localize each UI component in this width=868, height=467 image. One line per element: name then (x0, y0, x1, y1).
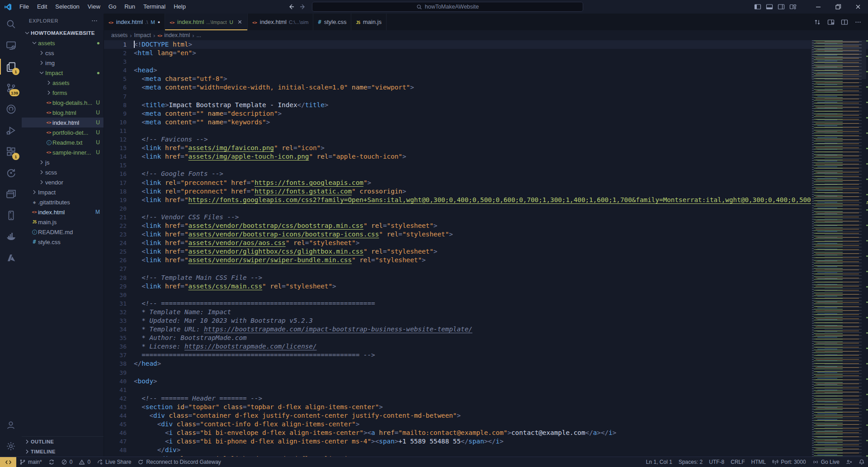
layout-sidebar-right-icon[interactable] (778, 3, 785, 10)
code-line-38[interactable]: 38</head> (104, 359, 868, 368)
tree-file-indexhtml[interactable]: <>index.htmlM (22, 207, 104, 217)
status-spaces-2[interactable]: Spaces: 2 (675, 457, 706, 467)
code-line-19[interactable]: 19 <link href="https://fonts.googleapis.… (104, 196, 868, 204)
code-line-33[interactable]: 33 * Updated: Mar 10 2023 with Bootstrap… (104, 316, 868, 325)
code-line-41[interactable]: 41 (104, 386, 868, 394)
code-line-25[interactable]: 25 <link href="assets/vendor/glightbox/c… (104, 247, 868, 256)
status-html[interactable]: HTML (748, 457, 769, 467)
tab-index.html[interactable]: <>index.html...\ImpactU (165, 14, 248, 30)
tree-folder-forms[interactable]: forms (22, 88, 104, 98)
code-line-42[interactable]: 42 <!-- ======= Header ======= --> (104, 394, 868, 403)
status-crlf[interactable]: CRLF (727, 457, 748, 467)
code-line-21[interactable]: 21 <!-- Vendor CSS Files --> (104, 213, 868, 222)
menu-file[interactable]: File (15, 2, 33, 12)
activity-device-icon[interactable] (0, 205, 22, 226)
code-line-48[interactable]: 48 </div> (104, 446, 868, 454)
code-line-44[interactable]: 44 <div class="container d-flex justify-… (104, 411, 868, 420)
status-reload[interactable]: Reconnect to Discord Gateway (134, 457, 224, 467)
code-line-46[interactable]: 46 <i class="bi bi-envelope d-flex align… (104, 429, 868, 437)
code-line-20[interactable]: 20 (104, 204, 868, 213)
code-line-45[interactable]: 45 <div class="contact-info d-flex align… (104, 420, 868, 429)
tree-file-indexhtml[interactable]: <>index.htmlU (22, 118, 104, 127)
activity-github-icon[interactable] (0, 99, 22, 120)
status-remote[interactable] (0, 457, 16, 467)
code-line-18[interactable]: 18 <link rel="preconnect" href="https://… (104, 187, 868, 196)
open-preview-icon[interactable] (827, 19, 835, 26)
status-person-x[interactable] (843, 457, 855, 467)
status-warning[interactable]: 0 (75, 457, 94, 467)
status-antenna[interactable]: Port: 3000 (769, 457, 809, 467)
code-line-47[interactable]: 47 <i class="bi bi-phone d-flex align-it… (104, 437, 868, 446)
tree-folder-scss[interactable]: scss (22, 167, 104, 177)
status-error[interactable]: 0 (58, 457, 76, 467)
minimap-slider[interactable] (811, 40, 866, 79)
code-line-4[interactable]: 4<head> (104, 66, 868, 75)
menu-go[interactable]: Go (104, 2, 120, 12)
status-utf-8[interactable]: UTF-8 (706, 457, 727, 467)
code-line-22[interactable]: 22 <link href="assets/vendor/bootstrap/c… (104, 222, 868, 230)
code-line-37[interactable]: 37 =====================================… (104, 351, 868, 359)
tree-file-Readmetxt[interactable]: iReadme.txtU (22, 137, 104, 147)
breadcrumb-assets[interactable]: assets (111, 32, 127, 38)
tree-file-portfoliodet[interactable]: <>portfolio-det...U (22, 127, 104, 137)
compare-changes-icon[interactable] (814, 19, 821, 26)
code-line-15[interactable]: 15 (104, 161, 868, 170)
code-editor[interactable]: 1<!DOCTYPE html>2<html lang="en">34<head… (104, 40, 868, 457)
menu-terminal[interactable]: Terminal (139, 2, 170, 12)
menu-view[interactable]: View (84, 2, 104, 12)
tree-folder-img[interactable]: img (22, 58, 104, 68)
activity-windows-icon[interactable] (0, 184, 22, 205)
tree-file-gitattributes[interactable]: ◈.gitattributes (22, 197, 104, 207)
status-sync[interactable] (45, 457, 58, 467)
code-line-11[interactable]: 11 (104, 127, 868, 135)
menu-help[interactable]: Help (170, 2, 190, 12)
code-line-17[interactable]: 17 <link rel="preconnect" href="https://… (104, 179, 868, 187)
tree-folder-Impact[interactable]: Impact (22, 187, 104, 197)
code-line-39[interactable]: 39 (104, 368, 868, 377)
arrow-right-icon[interactable] (299, 3, 307, 10)
tree-folder-vendor[interactable]: vendor (22, 177, 104, 187)
code-line-16[interactable]: 16 <!-- Google Fonts --> (104, 170, 868, 178)
more-actions-icon[interactable] (854, 19, 862, 26)
tree-file-stylecss[interactable]: #style.css (22, 237, 104, 247)
code-line-34[interactable]: 34 * Template URL: https://bootstrapmade… (104, 325, 868, 334)
activity-remote-explorer-icon[interactable] (0, 35, 22, 56)
tree-file-sampleinner[interactable]: <>sample-inner...U (22, 147, 104, 157)
tree-folder-assets[interactable]: assets● (22, 38, 104, 48)
minimize-button[interactable] (808, 0, 828, 14)
tree-file-bloghtml[interactable]: <>blog.htmlU (22, 108, 104, 118)
minimap[interactable] (811, 40, 866, 457)
code-line-10[interactable]: 10 <meta content="" name="keywords"> (104, 118, 868, 127)
activity-settings-gear-icon[interactable] (0, 435, 22, 457)
command-center-search[interactable]: howToMakeAWebsite (312, 2, 583, 12)
layout-sidebar-icon[interactable] (754, 3, 761, 10)
code-line-7[interactable]: 7 (104, 92, 868, 101)
tree-folder-js[interactable]: js (22, 157, 104, 167)
restore-button[interactable] (828, 0, 848, 14)
code-line-23[interactable]: 23 <link href="assets/vendor/bootstrap-i… (104, 230, 868, 239)
code-line-1[interactable]: 1<!DOCTYPE html> (104, 40, 868, 49)
arrow-left-icon[interactable] (288, 3, 295, 10)
tab-style.css[interactable]: #style.css (313, 14, 351, 30)
tree-folder-Impact[interactable]: Impact● (22, 68, 104, 78)
section-timeline[interactable]: TIMELINE (22, 447, 104, 457)
code-line-40[interactable]: 40<body> (104, 377, 868, 386)
activity-azure-icon[interactable] (0, 247, 22, 269)
tab-main.js[interactable]: JSmain.js (351, 14, 386, 30)
breadcrumb-Impact[interactable]: Impact (134, 32, 151, 38)
code-line-6[interactable]: 6 <meta content="width=device-width, ini… (104, 83, 868, 92)
menu-edit[interactable]: Edit (33, 2, 51, 12)
code-line-5[interactable]: 5 <meta charset="utf-8"> (104, 75, 868, 83)
activity-docker-icon[interactable] (0, 226, 22, 247)
tree-file-READMEmd[interactable]: iREADME.md (22, 227, 104, 237)
code-line-35[interactable]: 35 * Author: BootstrapMade.com (104, 334, 868, 342)
activity-search-icon[interactable] (0, 14, 22, 35)
code-line-13[interactable]: 13 <link href="assets/img/favicon.png" r… (104, 144, 868, 152)
activity-extensions-icon[interactable]: 1 (0, 141, 22, 162)
code-line-32[interactable]: 32 * Template Name: Impact (104, 308, 868, 316)
menu-run[interactable]: Run (120, 2, 139, 12)
code-line-14[interactable]: 14 <link href="assets/img/apple-touch-ic… (104, 152, 868, 161)
status-broadcast[interactable]: Go Live (809, 457, 843, 467)
tab-index.html[interactable]: <>index.html.\M● (104, 14, 165, 30)
code-line-31[interactable]: 31 <!-- ================================… (104, 299, 868, 308)
